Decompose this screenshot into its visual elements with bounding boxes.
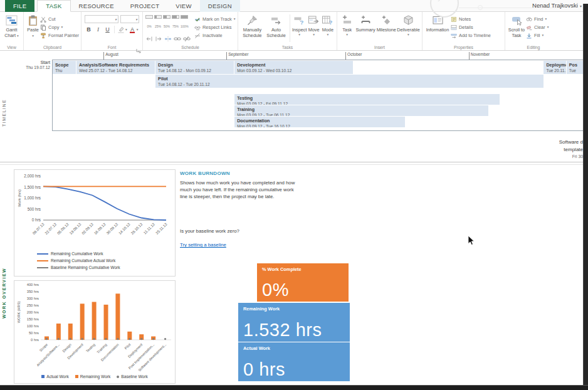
legend-item: Remaining Work: [75, 374, 111, 379]
percent-complete-25-button[interactable]: 25%: [154, 15, 162, 30]
percent-complete-0-button[interactable]: 0%: [145, 15, 153, 30]
svg-text:Pilot: Pilot: [124, 342, 132, 350]
tab-design[interactable]: DESIGN: [200, 0, 240, 12]
add-to-timeline-button[interactable]: Add to Timeline: [451, 32, 491, 39]
copy-button[interactable]: Copy▾: [40, 24, 79, 31]
timeline-bar[interactable]: DesignTue 14.08.12 - Mon 03.09.12: [155, 61, 234, 74]
cut-button[interactable]: Cut: [40, 16, 79, 23]
manually-schedule-button[interactable]: Manually Schedule: [240, 13, 265, 38]
view-splitter[interactable]: [0, 162, 588, 162]
inactivate-button[interactable]: Inactivate: [194, 32, 236, 39]
font-color-button[interactable]: A▾: [129, 26, 139, 33]
kpi-percent-work-complete[interactable]: % Work Complete 0%: [257, 263, 349, 302]
notes-button[interactable]: Notes: [451, 16, 491, 23]
ribbon-group-tasks: Manually Schedule Auto Schedule ? Inspec…: [238, 12, 337, 50]
format-painter-button[interactable]: Format Painter: [40, 32, 79, 39]
timeline-bar[interactable]: DevelopmentMon 03.09.12 - Wed 03.10.12: [234, 61, 353, 74]
tab-view[interactable]: VIEW: [167, 0, 199, 12]
insert-task-button[interactable]: Task▾: [339, 13, 355, 36]
timeline-bar[interactable]: TestingMon 03.09.12 - Fri 09.11.12: [234, 94, 500, 105]
italic-button[interactable]: I: [94, 25, 102, 34]
chevron-down-icon: ▾: [137, 28, 139, 31]
copy-icon: [40, 24, 46, 31]
work-burndown-chart-panel[interactable]: 0 hrs500 hrs1,000 hrs1,500 hrs2,000 hrsW…: [14, 169, 176, 277]
font-name-select[interactable]: ▾: [85, 15, 118, 23]
mark-on-track-icon: [194, 16, 201, 23]
unlink-tasks-icon[interactable]: [183, 34, 191, 41]
timeline-bar-name: Pilot: [158, 76, 543, 82]
chevron-down-icon: ▾: [346, 33, 348, 36]
indent-task-icon[interactable]: [155, 34, 162, 41]
window-right-edge: [583, 4, 588, 390]
tab-file[interactable]: FILE: [5, 0, 34, 12]
move-button[interactable]: Move▾: [307, 13, 320, 36]
deliverable-button[interactable]: Deliverable▾: [397, 13, 420, 36]
svg-text:Work (hrs): Work (hrs): [18, 189, 21, 207]
timeline-bar[interactable]: PilotTue 14.08.12 - Tue 20.11.12: [155, 75, 543, 88]
add-to-timeline-icon: [451, 33, 457, 39]
view-splitter-shadow: [0, 164, 588, 165]
outdent-task-icon[interactable]: [145, 34, 153, 41]
mark-on-track-button[interactable]: Mark on Track▾: [194, 16, 236, 23]
link-tasks-icon[interactable]: [174, 34, 181, 41]
tab-project[interactable]: PROJECT: [122, 0, 167, 12]
paste-button[interactable]: Paste▾: [26, 13, 40, 38]
svg-text:11.11.12: 11.11.12: [143, 222, 156, 235]
cut-icon: [40, 16, 46, 23]
respect-links-icon: [194, 24, 201, 31]
timeline-bar-name: Testing: [237, 95, 500, 101]
fill-icon: [526, 33, 532, 39]
timeline-bar-name: Documentation: [237, 118, 405, 124]
background-color-button[interactable]: ▾: [117, 26, 127, 33]
tab-task[interactable]: TASK: [37, 0, 70, 12]
auto-schedule-button[interactable]: Auto Schedule: [265, 13, 288, 38]
timeline-bar-dates: Thu: [55, 68, 76, 73]
respect-links-button[interactable]: Respect Links: [194, 24, 236, 31]
split-task-icon[interactable]: [164, 34, 172, 41]
timeline-start-label: Start Thu 19.07.12: [15, 60, 50, 70]
notes-icon: [451, 16, 457, 23]
svg-text:100 hrs: 100 hrs: [27, 324, 39, 328]
timeline-bar[interactable]: DocumentationMon 03.09.12 - Tue 16.10.12: [234, 117, 405, 127]
kpi-remaining-work[interactable]: Remaining Work 1.532 hrs: [238, 303, 350, 342]
svg-text:1,500 hrs: 1,500 hrs: [24, 185, 41, 189]
clear-button[interactable]: Clear▾: [526, 24, 549, 31]
percent-complete-50-button[interactable]: 50%: [163, 15, 171, 30]
ms-project-window: FILE TASK RESOURCE PROJECT VIEW DESIGN N…: [0, 0, 588, 390]
user-account-menu[interactable]: Nenad Trajkovski▾: [532, 2, 582, 9]
timeline-bar[interactable]: TrainingMon 03.09.12 - Tue 06.11.12: [234, 105, 488, 116]
font-size-select[interactable]: ▾: [120, 15, 139, 23]
group-label-properties: Properties: [423, 45, 505, 50]
percent-complete-100-button[interactable]: 100%: [181, 15, 188, 30]
insert-summary-button[interactable]: Summary: [355, 13, 375, 33]
insert-milestone-button[interactable]: Milestone: [376, 13, 397, 33]
timeline-bar[interactable]: Analysis/Software RequirementsWed 25.07.…: [76, 61, 155, 74]
bold-button[interactable]: B: [85, 25, 93, 34]
svg-text:300 hrs: 300 hrs: [27, 297, 39, 300]
inspect-button[interactable]: ? Inspect▾: [292, 13, 307, 36]
group-label-view: View: [0, 45, 23, 50]
percent-complete-75-button[interactable]: 75%: [172, 15, 179, 30]
tab-resource[interactable]: RESOURCE: [71, 0, 122, 12]
svg-text:Training: Training: [96, 342, 107, 354]
svg-text:200 hrs: 200 hrs: [27, 310, 39, 314]
find-button[interactable]: Find▾: [526, 16, 549, 23]
kpi-label: Remaining Work: [243, 306, 345, 312]
chevron-down-icon: ▾: [61, 26, 63, 29]
timeline-pane[interactable]: ScopeThuAnalysis/Software RequirementsWe…: [52, 60, 584, 131]
mouse-cursor: [468, 236, 476, 246]
svg-text:Design: Design: [61, 342, 72, 353]
timeline-bar[interactable]: PosTue: [567, 61, 584, 74]
work-by-phase-chart: 0 hrs50 hrs100 hrs150 hrs200 hrs250 hrs3…: [14, 281, 175, 371]
fill-button[interactable]: Fill▾: [526, 32, 549, 39]
set-baseline-link[interactable]: Try setting a baseline: [180, 242, 226, 248]
details-button[interactable]: Details: [451, 24, 491, 31]
timeline-bar[interactable]: DeploymentTue 20.11.12: [543, 61, 566, 74]
mode-button[interactable]: ? Mode▾: [321, 13, 335, 36]
kpi-actual-work[interactable]: Actual Work 0 hrs: [238, 342, 350, 381]
work-by-phase-chart-panel[interactable]: 0 hrs50 hrs100 hrs150 hrs200 hrs250 hrs3…: [14, 280, 176, 384]
underline-button[interactable]: U: [103, 25, 112, 34]
gantt-chart-button[interactable]: Gantt Chart ▾: [2, 13, 21, 38]
scroll-to-task-button[interactable]: Scroll to Task: [507, 13, 526, 38]
timeline-bar[interactable]: ScopeThu: [53, 61, 76, 74]
